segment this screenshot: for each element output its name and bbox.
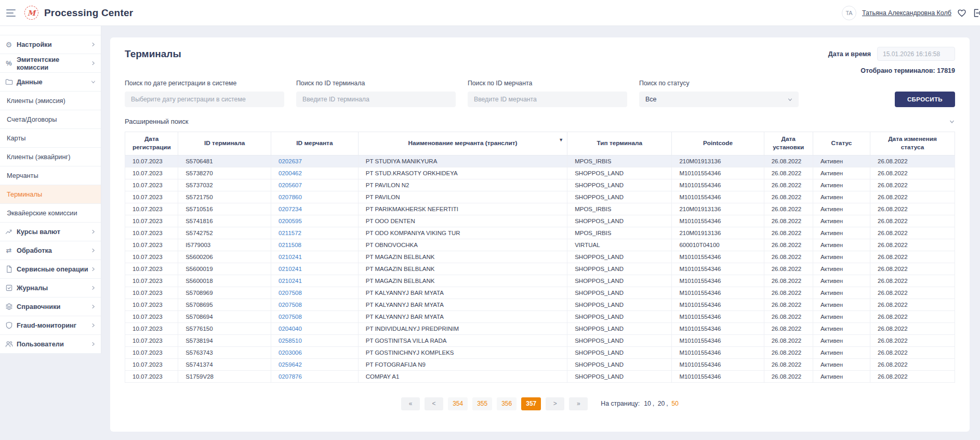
merchant-id-link[interactable]: 0207234 (279, 206, 302, 212)
sidebar-item-exchange-rates[interactable]: Курсы валют (0, 223, 101, 241)
table-cell: 26.08.2022 (764, 263, 813, 275)
merchant-id-link[interactable]: 0202637 (279, 158, 302, 164)
merchant-id-link[interactable]: 0210241 (279, 266, 302, 272)
sidebar-item-clients-acquiring[interactable]: Клиенты (эквайринг) (0, 148, 101, 166)
table-cell: 26.08.2022 (870, 287, 955, 299)
merchant-id-link[interactable]: 0207860 (279, 194, 302, 200)
pagination-prev-button[interactable]: < (425, 397, 443, 410)
sidebar-item-merchants[interactable]: Мерчанты (0, 166, 101, 185)
per-page-option[interactable]: 20 (658, 400, 665, 407)
reset-button[interactable]: СБРОСИТЬ (895, 92, 955, 107)
sidebar-item-label: Счета/Договоры (7, 115, 57, 123)
terminals-card: Терминалы Дата и время Отобрано терминал… (110, 37, 970, 432)
column-header-label: Статус (831, 139, 852, 147)
table-cell: SHOPPOS_LAND (567, 322, 672, 334)
table-cell: 26.08.2022 (764, 370, 813, 382)
filter-label: Поиск по ID мерчанта (468, 80, 627, 87)
merchant-id-link[interactable]: 0207876 (279, 373, 302, 380)
pagination-page-button[interactable]: 355 (472, 397, 492, 410)
terminal-id-filter-input[interactable] (296, 92, 456, 107)
sidebar-item-fraud-monitoring[interactable]: Fraud-мониторинг (0, 316, 101, 335)
status-filter-select[interactable]: Все (639, 92, 799, 107)
sidebar-item-users[interactable]: Пользователи (0, 335, 101, 354)
merchant-id-link[interactable]: 0207508 (279, 290, 302, 296)
sidebar-item-label: Справочники (17, 303, 60, 310)
table-cell: PT KALYANNYJ BAR MYATA (358, 299, 567, 310)
table-cell: PT PAVILON (358, 191, 567, 203)
table-cell: SHOPPOS_LAND (567, 191, 672, 203)
merchant-id-link[interactable]: 0200595 (279, 218, 302, 224)
sidebar-item-clients-emission[interactable]: Клиенты (эмиссия) (0, 92, 101, 110)
logout-icon[interactable] (972, 8, 980, 18)
sidebar-item-acquirer-fees[interactable]: Эквайерские комиссии (0, 204, 101, 223)
column-filter-icon[interactable]: ▼ (559, 137, 563, 143)
table-cell: 26.08.2022 (764, 227, 813, 239)
user-name-link[interactable]: Татьяна Александровна Колб (862, 9, 951, 17)
sidebar-item-cards[interactable]: Карты (0, 129, 101, 148)
merchant-id-link[interactable]: 0203006 (279, 350, 302, 356)
sidebar-item-terminals[interactable]: Терминалы (0, 185, 101, 204)
sidebar-item-label: Журналы (17, 284, 48, 292)
table-cell: M10101554346 (672, 275, 764, 287)
menu-toggle-icon[interactable] (5, 8, 17, 18)
datetime-input[interactable] (877, 47, 955, 61)
column-header-label: Дата изменения статуса (888, 135, 937, 151)
table-cell: 10.07.2023 (125, 370, 178, 382)
sidebar-item-directories[interactable]: Справочники (0, 297, 101, 316)
merchant-id-link[interactable]: 0200462 (279, 170, 302, 176)
table-cell: 0203006 (271, 346, 359, 358)
column-header: Дата установки (764, 132, 813, 156)
column-header[interactable]: Наименование мерчанта (транслит)▼ (358, 132, 567, 156)
column-header: Дата изменения статуса (870, 132, 955, 156)
sidebar-item-journals[interactable]: Журналы (0, 279, 101, 297)
heart-icon[interactable] (957, 8, 966, 18)
sidebar-item-settings[interactable]: ⚙Настройки (0, 35, 101, 54)
column-header: Дата регистрации (125, 132, 178, 156)
table-cell: Активен (813, 310, 870, 322)
table-cell: PT PAVILON N2 (358, 179, 567, 191)
merchant-id-link[interactable]: 0210241 (279, 254, 302, 260)
gear-icon: ⚙ (5, 41, 13, 49)
pagination-page-button[interactable]: 356 (497, 397, 517, 410)
pagination-page-button[interactable]: 354 (448, 397, 468, 410)
merchant-id-link[interactable]: 0207508 (279, 314, 302, 320)
merchant-id-link[interactable]: 0211508 (279, 242, 301, 248)
column-header-label: Дата регистрации (133, 135, 171, 151)
column-header-label: Дата установки (773, 135, 804, 151)
sidebar-item-label: Fraud-мониторинг (17, 321, 76, 329)
table-cell: Активен (813, 191, 870, 203)
sidebar-item-data[interactable]: Данные (0, 73, 101, 92)
table-cell: M10101554346 (672, 167, 764, 179)
table-cell: 26.08.2022 (870, 227, 955, 239)
sidebar-item-issuer-fees[interactable]: %Эмитентские комиссии (0, 54, 101, 73)
registration-date-filter-input[interactable] (125, 92, 284, 107)
merchant-id-filter-input[interactable] (468, 92, 627, 107)
pagination-last-button[interactable]: » (569, 397, 588, 410)
advanced-search-toggle[interactable]: Расширенный поиск (125, 118, 955, 125)
table-cell: S5741816 (178, 215, 271, 227)
pagination-page-button[interactable]: 357 (521, 397, 541, 410)
sidebar-item-label: Клиенты (эквайринг) (7, 153, 70, 161)
merchant-id-link[interactable]: 0207508 (279, 302, 302, 308)
merchant-id-link[interactable]: 0210241 (279, 278, 302, 284)
table-cell: 26.08.2022 (870, 179, 955, 191)
per-page-option[interactable]: 50 (671, 400, 679, 407)
table-cell: 10.07.2023 (125, 239, 178, 251)
merchant-id-link[interactable]: 0211572 (279, 230, 301, 236)
sidebar-item-processing[interactable]: ⇄Обработка (0, 241, 101, 260)
merchant-id-link[interactable]: 0204040 (279, 326, 302, 332)
table-cell: SHOPPOS_LAND (567, 275, 672, 287)
merchant-id-link[interactable]: 0258510 (279, 338, 302, 344)
table-cell: S5738194 (178, 334, 271, 346)
sidebar-item-service-operations[interactable]: Сервисные операции (0, 260, 101, 279)
sidebar-item-accounts-contracts[interactable]: Счета/Договоры (0, 110, 101, 129)
merchant-id-link[interactable]: 0205607 (279, 182, 302, 188)
merchant-id-link[interactable]: 0259642 (279, 361, 302, 368)
sidebar-item-label: Клиенты (эмиссия) (7, 97, 65, 105)
per-page-option[interactable]: 10 (644, 400, 651, 407)
pagination-next-button[interactable]: > (546, 397, 564, 410)
main-content: Терминалы Дата и время Отобрано терминал… (101, 26, 980, 440)
table-cell: 0207234 (271, 203, 359, 215)
pagination-first-button[interactable]: « (401, 397, 420, 410)
table-cell: Активен (813, 322, 870, 334)
